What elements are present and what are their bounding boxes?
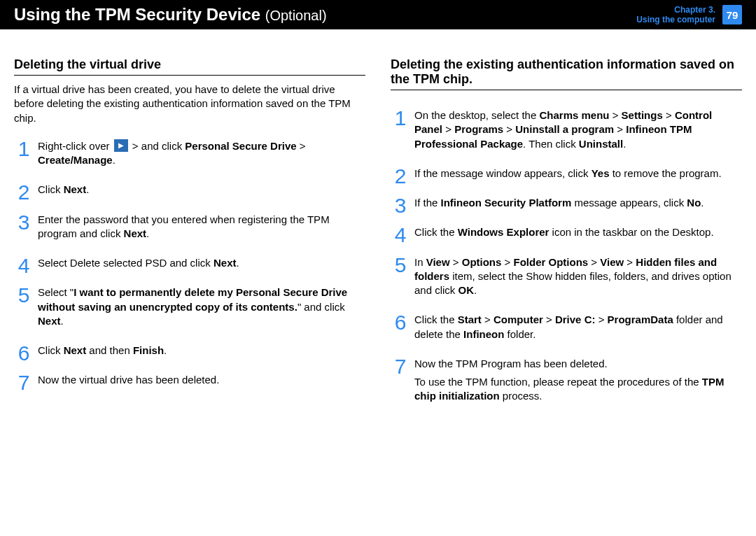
right-step-6: Click the Start > Computer > Drive C: > … <box>391 313 742 341</box>
right-step-1: On the desktop, select the Charms menu >… <box>391 108 742 151</box>
left-step-4: Select Delete selected PSD and click Nex… <box>14 256 365 270</box>
left-step-3: Enter the password that you entered when… <box>14 213 365 241</box>
content-columns: Deleting the virtual drive If a virtual … <box>0 29 756 433</box>
left-step-5: Select "I want to permanently delete my … <box>14 285 365 328</box>
right-step-7-extra: To use the TPM function, please repeat t… <box>414 375 742 404</box>
page-number-badge: 79 <box>722 5 742 24</box>
left-intro: If a virtual drive has been created, you… <box>14 83 365 125</box>
left-column: Deleting the virtual drive If a virtual … <box>14 57 365 419</box>
chapter-label: Chapter 3. <box>636 5 715 15</box>
right-column: Deleting the existing authentication inf… <box>391 57 742 419</box>
chapter-subtitle: Using the computer <box>636 15 715 24</box>
right-steps: On the desktop, select the Charms menu >… <box>391 108 742 404</box>
left-step-2: Click Next. <box>14 183 365 197</box>
right-step-5: In View > Options > Folder Options > Vie… <box>391 255 742 298</box>
page-header: Using the TPM Security Device (Optional)… <box>0 0 756 29</box>
left-section-title: Deleting the virtual drive <box>14 57 365 76</box>
right-step-4: Click the Windows Explorer icon in the t… <box>391 225 742 239</box>
title-optional: (Optional) <box>265 8 327 23</box>
chapter-info: Chapter 3. Using the computer <box>636 5 715 25</box>
left-step-1: Right-click over ▶ > and click Personal … <box>14 139 365 168</box>
page-title: Using the TPM Security Device (Optional) <box>14 5 327 24</box>
left-step-6: Click Next and then Finish. <box>14 344 365 358</box>
play-icon: ▶ <box>114 139 128 152</box>
right-step-7: Now the TPM Program has been deleted. To… <box>391 357 742 404</box>
right-step-2: If the message window appears, click Yes… <box>391 167 742 181</box>
right-section-title: Deleting the existing authentication inf… <box>391 57 742 90</box>
left-step-7: Now the virtual drive has been deleted. <box>14 373 365 387</box>
left-steps: Right-click over ▶ > and click Personal … <box>14 139 365 388</box>
title-main: Using the TPM Security Device <box>14 5 260 24</box>
header-right: Chapter 3. Using the computer 79 <box>636 5 742 25</box>
right-step-3: If the Infineon Security Platform messag… <box>391 196 742 210</box>
